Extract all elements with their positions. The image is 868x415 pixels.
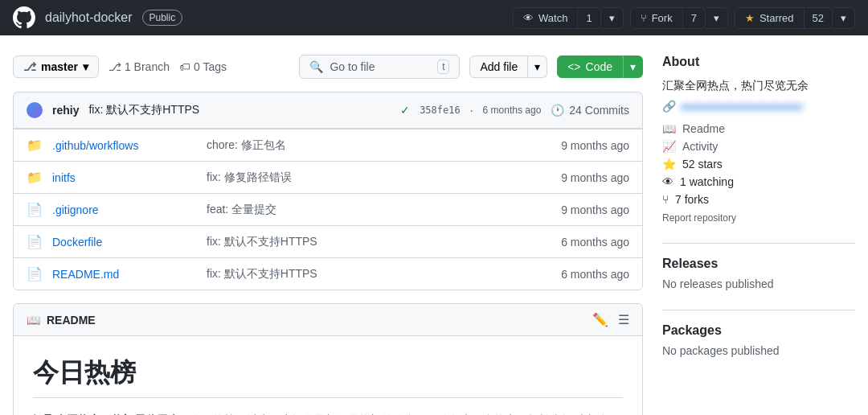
public-badge: Public: [142, 10, 183, 26]
readme-header: 📖 README ✏️ ☰: [14, 304, 642, 336]
readme-title: README: [47, 314, 96, 327]
file-icon: 📄: [27, 234, 43, 249]
about-section: About 汇聚全网热点，热门尽览无余 🔗 ●●●●●●●●●●●●●●●●●●…: [662, 55, 855, 224]
file-icon: 📄: [27, 202, 43, 217]
commit-check-icon: ✓: [400, 104, 410, 117]
commit-time: 6 months ago: [483, 105, 542, 116]
file-icon: 📄: [27, 266, 43, 281]
releases-section: Releases No releases published: [662, 257, 855, 290]
readme-actions: ✏️ ☰: [592, 312, 629, 327]
file-time: 9 months ago: [533, 171, 629, 184]
book-icon: 📖: [662, 122, 676, 135]
forks-link[interactable]: ⑂ 7 forks: [662, 193, 855, 206]
code-button[interactable]: <> Code: [557, 55, 623, 78]
activity-label: Activity: [682, 140, 718, 153]
tag-count-link[interactable]: 🏷 0 Tags: [179, 60, 227, 73]
commit-bar: rehiy fix: 默认不支持HTTPS ✓ 358fe16 · 6 mont…: [13, 92, 643, 128]
repo-owner-link[interactable]: dailyhot-docker: [45, 10, 133, 25]
commit-dot: ·: [470, 104, 473, 117]
forks-count-label: 7 forks: [675, 193, 709, 206]
stars-link[interactable]: ⭐ 52 stars: [662, 158, 855, 171]
code-button-group: <> Code ▾: [557, 55, 643, 78]
table-row: 📁 initfs fix: 修复路径错误 9 months ago: [14, 161, 642, 193]
fork-dropdown[interactable]: ▾: [706, 7, 728, 29]
stars-count-label: 52 stars: [682, 158, 723, 171]
commit-message: fix: 默认不支持HTTPS: [88, 103, 391, 117]
fork-icon-right: ⑂: [662, 193, 669, 206]
watch-count[interactable]: 1: [578, 7, 600, 29]
readme-heading: 今日热榜: [33, 355, 623, 398]
branch-info: ⎇ 1 Branch 🏷 0 Tags: [108, 60, 227, 73]
file-commit-msg: feat: 全量提交: [207, 203, 523, 217]
main-layout: ⎇ master ▾ ⎇ 1 Branch 🏷 0 Tags 🔍 Go to f…: [0, 35, 868, 415]
file-commit-msg: fix: 修复路径错误: [207, 171, 523, 185]
branch-count-link[interactable]: ⎇ 1 Branch: [108, 60, 170, 73]
readme-link[interactable]: 📖 Readme: [662, 122, 855, 135]
file-name-link[interactable]: Dockerfile: [52, 236, 197, 249]
table-row: 📄 Dockerfile fix: 默认不支持HTTPS 6 months ag…: [14, 225, 642, 257]
star-count[interactable]: 52: [805, 7, 833, 29]
fork-count[interactable]: 7: [683, 7, 706, 29]
fork-icon: ⑂: [641, 12, 647, 24]
file-time: 6 months ago: [533, 268, 629, 281]
folder-icon: 📁: [27, 170, 43, 185]
commits-history-button[interactable]: 🕐 24 Commits: [551, 104, 629, 117]
file-table: 📁 .github/workflows chore: 修正包名 9 months…: [13, 128, 643, 290]
eye-icon-right: 👁: [662, 175, 674, 188]
chevron-down-icon: ▾: [83, 60, 88, 73]
about-website-link[interactable]: 🔗 ●●●●●●●●●●●●●●●●●●●/: [662, 100, 855, 113]
star-icon: ★: [745, 12, 755, 24]
file-time: 9 months ago: [533, 139, 629, 152]
branch-bar: ⎇ master ▾ ⎇ 1 Branch 🏷 0 Tags 🔍 Go to f…: [13, 55, 643, 79]
commit-author-link[interactable]: rehiy: [52, 104, 79, 117]
blurred-url: ●●●●●●●●●●●●●●●●●●●/: [681, 101, 804, 113]
file-time: 6 months ago: [533, 236, 629, 249]
add-file-dropdown[interactable]: ▾: [528, 55, 547, 78]
file-name-link[interactable]: initfs: [52, 171, 197, 184]
fork-button[interactable]: ⑂ Fork: [630, 7, 683, 29]
branch-icon-sm: ⎇: [108, 60, 121, 73]
table-row: 📄 README.md fix: 默认不支持HTTPS 6 months ago: [14, 257, 642, 290]
table-row: 📄 .gitignore feat: 全量提交 9 months ago: [14, 193, 642, 225]
about-description: 汇聚全网热点，热门尽览无余: [662, 79, 855, 93]
commit-author-avatar: [27, 102, 43, 118]
watch-dropdown[interactable]: ▾: [601, 7, 624, 29]
file-commit-msg: fix: 默认不支持HTTPS: [207, 267, 523, 281]
activity-link[interactable]: 📈 Activity: [662, 140, 855, 153]
report-repository-link[interactable]: Report repository: [662, 212, 855, 224]
fork-button-group: ⑂ Fork 7 ▾: [630, 7, 728, 29]
repo-action-buttons: 👁 Watch 1 ▾ ⑂ Fork 7 ▾ ★ Starred 52 ▾: [513, 7, 855, 29]
book-icon: 📖: [27, 314, 40, 327]
github-logo-icon: [13, 6, 35, 29]
activity-icon: 📈: [662, 140, 676, 153]
file-name-link[interactable]: README.md: [52, 268, 197, 281]
packages-title: Packages: [662, 323, 855, 338]
shortcut-badge: t: [437, 60, 449, 74]
no-packages-text: No packages published: [662, 344, 855, 357]
star-dropdown[interactable]: ▾: [833, 7, 855, 29]
raw-readme-button[interactable]: ☰: [618, 312, 629, 327]
readme-content: 今日热榜 汇聚全网热点，热门尽览无余，今日热榜可以为用户提供最新、最热门的信息，…: [14, 336, 642, 415]
add-file-button[interactable]: Add file: [469, 55, 528, 78]
left-panel: ⎇ master ▾ ⎇ 1 Branch 🏷 0 Tags 🔍 Go to f…: [13, 55, 643, 415]
readme-body: 汇聚全网热点，热门尽览无余，今日热榜可以为用户提供最新、最热门的信息，尽览各大平…: [33, 411, 623, 415]
file-time: 9 months ago: [533, 203, 629, 216]
search-icon: 🔍: [309, 60, 323, 73]
right-panel: About 汇聚全网热点，热门尽览无余 🔗 ●●●●●●●●●●●●●●●●●●…: [662, 55, 855, 415]
readme-box: 📖 README ✏️ ☰ 今日热榜 汇聚全网热点，热门尽览无余，今日热榜可以为…: [13, 303, 643, 415]
code-dropdown[interactable]: ▾: [623, 55, 643, 78]
about-title: About: [662, 55, 855, 69]
file-name-link[interactable]: .github/workflows: [52, 139, 197, 152]
star-button[interactable]: ★ Starred: [735, 7, 805, 29]
branch-selector[interactable]: ⎇ master ▾: [13, 55, 99, 78]
watching-link[interactable]: 👁 1 watching: [662, 175, 855, 188]
about-links: 📖 Readme 📈 Activity ⭐ 52 stars 👁 1 watch…: [662, 122, 855, 206]
watch-button[interactable]: 👁 Watch: [513, 7, 578, 29]
no-releases-text: No releases published: [662, 277, 855, 290]
commit-sha[interactable]: 358fe16: [420, 105, 461, 116]
file-name-link[interactable]: .gitignore: [52, 203, 197, 216]
go-to-file-search[interactable]: 🔍 Go to file t: [299, 55, 460, 79]
site-header: dailyhot-docker Public 👁 Watch 1 ▾ ⑂ For…: [0, 0, 868, 35]
add-file-button-group: Add file ▾: [469, 55, 547, 78]
edit-readme-button[interactable]: ✏️: [592, 312, 608, 327]
